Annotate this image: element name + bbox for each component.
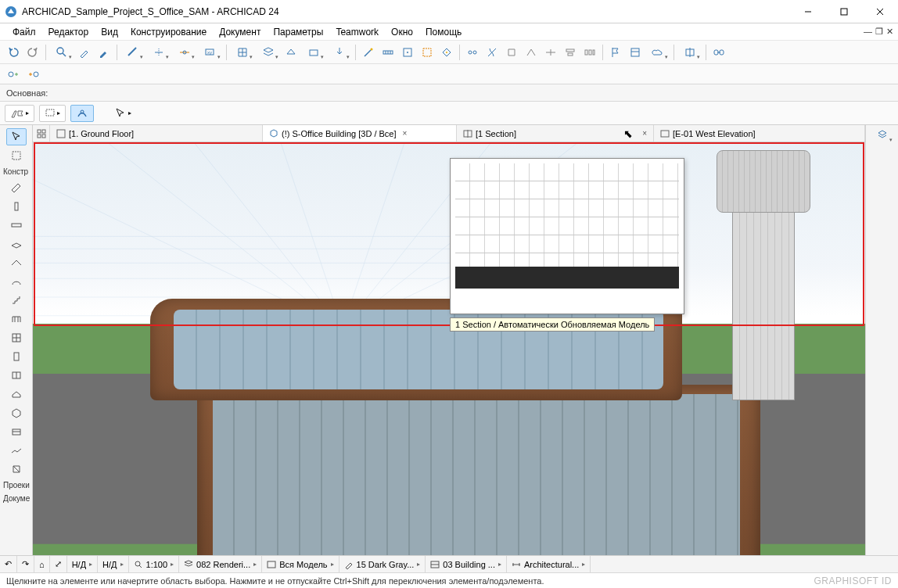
gravity-button[interactable] [328,44,351,61]
distribute-button[interactable] [581,44,598,61]
zoom-extents-button[interactable]: ⤢ [50,556,67,572]
mdi-minimize-button[interactable]: — [864,27,872,37]
teamwork-send-button[interactable] [25,66,42,83]
split-button[interactable] [542,44,559,61]
dimension-style[interactable]: Architectural...▸ [507,556,591,572]
adjust-button[interactable] [503,44,520,61]
arrow-tool[interactable] [6,128,27,145]
wall-tool[interactable] [6,179,27,196]
trace-button[interactable] [438,44,455,61]
align-button[interactable] [562,44,579,61]
curtain-wall-tool[interactable] [6,329,27,346]
svg-point-23 [469,51,472,54]
pick-button[interactable] [76,44,93,61]
menu-window[interactable]: Окно [385,27,419,38]
view-map[interactable]: 03 Building ...▸ [426,556,507,572]
grid-button[interactable] [231,44,254,61]
tab-close-button[interactable]: × [403,129,408,138]
tab-3d-building[interactable]: (!) S-Office Building [3D / Все] × [263,125,457,142]
undo-button[interactable] [5,44,22,61]
snap-guides-button[interactable] [173,44,196,61]
attributes-button[interactable] [627,44,644,61]
eyedropper-button[interactable] [95,44,113,61]
menu-options[interactable]: Параметры [267,27,329,38]
object-tool[interactable] [6,404,27,421]
column-tool[interactable] [6,198,27,215]
tab-1-section[interactable]: [1 Section] ⬉ × [457,125,654,142]
model-filter[interactable]: Вся Модель▸ [262,556,339,572]
intersect-button[interactable] [523,44,540,61]
svg-rect-29 [585,50,587,55]
nav-home-button[interactable]: ⌂ [34,556,50,572]
slab-tool[interactable] [6,235,27,253]
menu-file[interactable]: Файл [6,27,42,38]
magic-wand-button[interactable] [360,44,377,61]
zoom-dropdown[interactable]: 1:100▸ [129,556,180,572]
tab-west-elevation[interactable]: [E-01 West Elevation] [654,125,865,142]
coord-button[interactable]: xy [199,44,222,61]
layers-button[interactable] [257,44,280,61]
tab-close-button[interactable]: × [642,129,647,138]
railing-tool[interactable] [6,310,27,328]
suspend-groups-button[interactable] [464,44,481,61]
nav-back-button[interactable]: ↶ [0,556,17,572]
svg-rect-2 [841,9,847,15]
teamwork-receive-button[interactable] [5,66,22,83]
measure-button[interactable] [379,44,397,61]
trim-button[interactable] [483,44,501,61]
close-button[interactable] [862,0,898,23]
quick-options-bar: ↶ ↷ ⌂ ⤢ Н/Д▸ Н/Д▸ 1:100▸ 082 Renderi...▸… [0,555,898,572]
menu-view[interactable]: Вид [95,27,124,38]
mdi-restore-button[interactable]: ❐ [875,27,883,37]
menu-teamwork[interactable]: Teamwork [329,27,385,38]
scale-nd2[interactable]: Н/Д▸ [98,556,128,572]
favorites-button[interactable]: ▸ [5,105,34,122]
window-tool[interactable] [6,367,27,384]
viewport-3d[interactable]: 1 Section / Автоматически Обновляемая Мо… [33,142,865,555]
menu-document[interactable]: Документ [213,27,267,38]
guides-button[interactable] [147,44,171,61]
pen-set[interactable]: 15 Dark Gray...▸ [339,556,426,572]
menu-editor[interactable]: Редактор [42,27,95,38]
marquee-tool[interactable] [6,147,27,164]
redo-button[interactable] [24,44,41,61]
find-select-button[interactable] [50,44,74,61]
zone-tool[interactable] [6,423,27,440]
menu-design[interactable]: Конструирование [124,27,213,38]
minimize-button[interactable] [790,0,826,23]
plane-button[interactable] [282,44,300,61]
maximize-button[interactable] [826,0,862,23]
selection-mode-button[interactable]: ▸ [39,105,66,122]
element-info-button[interactable] [399,44,416,61]
morph-tool[interactable] [6,461,27,478]
tab-label: (!) S-Office Building [3D / Все] [282,129,397,138]
tab-ground-floor[interactable]: [1. Ground Floor] [50,125,263,142]
svg-line-6 [63,53,66,56]
beam-tool[interactable] [6,217,27,234]
brand-label: GRAPHISOFT ID [814,575,892,586]
ruler-button[interactable] [121,44,145,61]
arrow-options-button[interactable]: ▸ [114,105,131,122]
quick-select-button[interactable] [70,105,94,122]
nav-forward-button[interactable]: ↷ [17,556,34,572]
layer-combo[interactable]: 082 Renderi...▸ [179,556,262,572]
marquee-button[interactable] [418,44,436,61]
shell-tool[interactable] [6,273,27,290]
flag-button[interactable] [607,44,624,61]
section-icon [463,129,472,138]
roof-tool[interactable] [6,254,27,271]
stair-tool[interactable] [6,292,27,309]
workplane-button[interactable] [302,44,325,61]
skylight-tool[interactable] [6,385,27,403]
door-tool[interactable] [6,348,27,365]
cloud-button[interactable] [646,44,670,61]
section-tool-button[interactable] [678,44,702,61]
tab-overview-button[interactable] [33,125,50,142]
toolbar-divider [226,45,227,60]
menu-help[interactable]: Помощь [419,27,468,38]
mesh-tool[interactable] [6,442,27,459]
scale-nd1[interactable]: Н/Д▸ [67,556,98,572]
mdi-close-button[interactable]: ✕ [886,27,893,37]
view-options-button[interactable] [871,127,894,144]
link-button[interactable] [710,44,727,61]
